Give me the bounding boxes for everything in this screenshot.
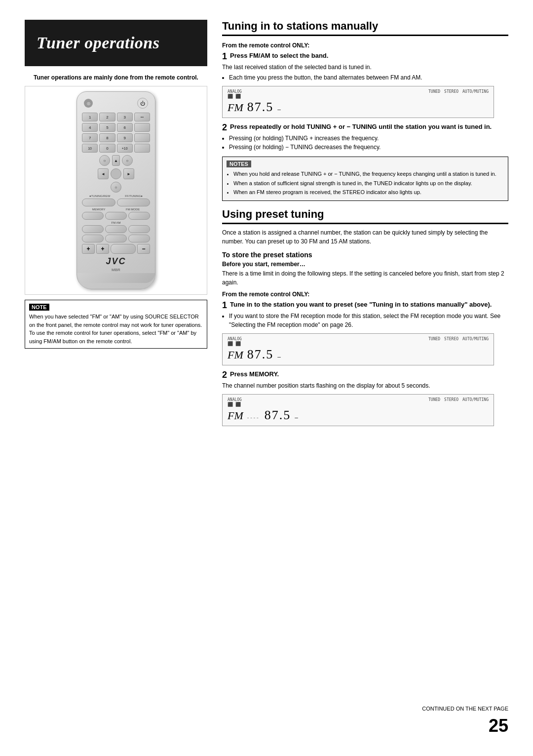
remote-btn-8[interactable]: 8 xyxy=(99,133,115,142)
remote-btn-9[interactable]: 9 xyxy=(117,133,133,142)
note-title: NOTE xyxy=(29,304,49,311)
remote-extra-btn2[interactable] xyxy=(82,235,104,242)
preset-step2-body: The channel number position starts flash… xyxy=(222,381,508,390)
remote-fm-mode-btn[interactable] xyxy=(105,212,127,220)
display3-stereo: STEREO xyxy=(444,398,458,407)
jvc-logo: JVC xyxy=(82,256,150,267)
remote-btn-misc4[interactable] xyxy=(134,144,150,153)
display3-main: FM - - - - 87.5 — xyxy=(228,408,489,423)
display2-tuned: TUNED xyxy=(428,337,440,346)
subsection-title: To store the preset stations xyxy=(222,251,508,259)
display1: ANALOG⬛ ⬛ TUNED STEREO AUTO/MUTING FM 87… xyxy=(222,86,494,118)
label-ff-tuning: FF/TUNING● xyxy=(125,195,143,198)
display3-analog: ANALOG⬛ ⬛ xyxy=(228,398,242,407)
remote-btn-2[interactable]: 2 xyxy=(99,113,115,121)
display2-right-labels: TUNED STEREO AUTO/MUTING xyxy=(428,337,489,346)
remote-control: ◎ ⏻ 1 2 3 ••• 4 5 6 7 8 xyxy=(76,91,155,289)
remote-extra-btn4[interactable] xyxy=(128,235,150,242)
remote-fmam-btn3[interactable] xyxy=(128,225,150,233)
remote-power-button[interactable]: ⏻ xyxy=(137,98,148,109)
title-banner: Tuner operations xyxy=(25,20,207,66)
page-footer: CONTINUED ON THE NEXT PAGE 25 xyxy=(25,706,508,736)
remote-fmam-btn1[interactable] xyxy=(82,225,104,233)
remote-extra-btn3[interactable] xyxy=(105,235,127,242)
remote-btn-misc1[interactable]: ••• xyxy=(134,113,150,121)
remote-nav-up[interactable]: ▲ xyxy=(112,155,120,166)
display1-stereo: STEREO xyxy=(444,89,458,99)
remote-btn-plus10[interactable]: +10 xyxy=(117,144,133,153)
step1-text: The last received station of the selecte… xyxy=(222,63,508,82)
footer-right: CONTINUED ON THE NEXT PAGE 25 xyxy=(207,706,508,736)
remote-nav-center[interactable] xyxy=(111,168,121,179)
remote-ff-tuning-btn[interactable] xyxy=(117,199,151,206)
step2-bullet-1: Pressing (or holding) TUNING + increases… xyxy=(229,134,508,143)
remote-minus-btn[interactable]: − xyxy=(137,244,150,254)
preset-step2-block: 2 Press MEMORY. The channel number posit… xyxy=(222,370,508,426)
from-remote-label2: From the remote control ONLY: xyxy=(222,291,508,298)
display3-tuned: TUNED xyxy=(428,398,440,407)
remote-long-btn[interactable] xyxy=(111,244,136,254)
display2-main: FM 87.5 — xyxy=(228,347,489,362)
remote-top: ◎ ⏻ xyxy=(82,98,150,109)
display2-automuting: AUTO/MUTING xyxy=(462,337,489,346)
remote-btn-7[interactable]: 7 xyxy=(82,133,98,142)
step2-num: 2 xyxy=(222,123,227,132)
display2-top: ANALOG⬛ ⬛ TUNED STEREO AUTO/MUTING xyxy=(228,337,489,346)
remote-btn-misc2[interactable] xyxy=(134,123,150,132)
display3-freq: 87.5 xyxy=(265,408,291,423)
preset-step1-label: Tune in to the station you want to prese… xyxy=(230,301,492,308)
remote-btn-3[interactable]: 3 xyxy=(117,113,133,121)
display1-main: FM 87.5 — xyxy=(228,100,489,115)
display1-dash: — xyxy=(277,106,281,113)
remote-btn-6[interactable]: 6 xyxy=(117,123,133,132)
remote-numpad: 1 2 3 ••• 4 5 6 7 8 9 10 0 +10 xyxy=(82,113,150,153)
display2-fm: FM xyxy=(228,349,243,361)
display3-top: ANALOG⬛ ⬛ TUNED STEREO AUTO/MUTING xyxy=(228,398,489,407)
label-fm-mode: FM MODE xyxy=(126,208,140,211)
remote-btn-5[interactable]: 5 xyxy=(99,123,115,132)
preset-step2-label: Press MEMORY. xyxy=(230,370,279,378)
remote-plus-btn2[interactable]: + xyxy=(96,244,109,254)
display3: ANALOG⬛ ⬛ TUNED STEREO AUTO/MUTING FM - … xyxy=(222,394,494,426)
label-fm-am: FM AM xyxy=(112,221,121,224)
remote-btn-1[interactable]: 1 xyxy=(82,113,98,121)
preset-step1-num: 1 xyxy=(222,301,227,310)
display3-dash: — xyxy=(295,414,298,421)
remote-plus-btn[interactable]: + xyxy=(82,244,95,254)
remote-extra-btn[interactable] xyxy=(128,212,150,220)
remote-btn-4[interactable]: 4 xyxy=(82,123,98,132)
display1-right-labels: TUNED STEREO AUTO/MUTING xyxy=(428,89,489,99)
note-item-3: When an FM stereo program is received, t… xyxy=(233,188,504,197)
step2-label: Press repeatedly or hold TUNING + or − T… xyxy=(230,123,492,130)
preset-step2-heading: 2 Press MEMORY. xyxy=(222,370,508,379)
step1-bullets: Each time you press the button, the band… xyxy=(222,73,508,82)
remote-btn-10[interactable]: 10 xyxy=(82,144,98,153)
before-start-label: Before you start, remember… xyxy=(222,261,508,268)
mbr-logo: MBR xyxy=(82,268,150,272)
remote-nav-btn[interactable]: ○ xyxy=(111,182,121,193)
display1-freq: 87.5 xyxy=(247,100,274,115)
remote-row-extra xyxy=(82,235,150,242)
remote-caption: Tuner operations are mainly done from th… xyxy=(25,74,207,81)
display3-channel: - - - - xyxy=(247,414,259,420)
remote-vol-knob[interactable]: ○ xyxy=(99,155,110,166)
content-area: Tuner operations Tuner operations are ma… xyxy=(25,20,508,696)
remote-nav-right[interactable]: ► xyxy=(123,168,134,179)
step2-bullet-2: Pressing (or holding) − TUNING decreases… xyxy=(229,143,508,152)
remote-memory-btn[interactable] xyxy=(82,212,104,220)
remote-btn-0[interactable]: 0 xyxy=(99,144,115,153)
remote-fmam-btn2[interactable] xyxy=(105,225,127,233)
page-number: 25 xyxy=(207,716,508,736)
step1-heading: 1 Press FM/AM to select the band. xyxy=(222,52,508,61)
preset-step1-heading: 1 Tune in to the station you want to pre… xyxy=(222,301,508,310)
display1-tuned: TUNED xyxy=(428,89,440,99)
remote-plusminus: + + − xyxy=(82,244,150,254)
preset-step1-bullets: If you want to store the FM reception mo… xyxy=(222,312,508,329)
remote-tune-knob[interactable]: ○ xyxy=(122,155,133,166)
remote-btn-misc3[interactable] xyxy=(134,133,150,142)
remote-tuning-labels: ●TUNING/REW FF/TUNING● xyxy=(82,195,150,198)
remote-nav-left[interactable]: ◄ xyxy=(98,168,109,179)
continued-text: CONTINUED ON THE NEXT PAGE xyxy=(207,706,508,712)
remote-tuning-rew-btn[interactable] xyxy=(82,199,115,206)
display2-analog: ANALOG⬛ ⬛ xyxy=(228,337,242,346)
